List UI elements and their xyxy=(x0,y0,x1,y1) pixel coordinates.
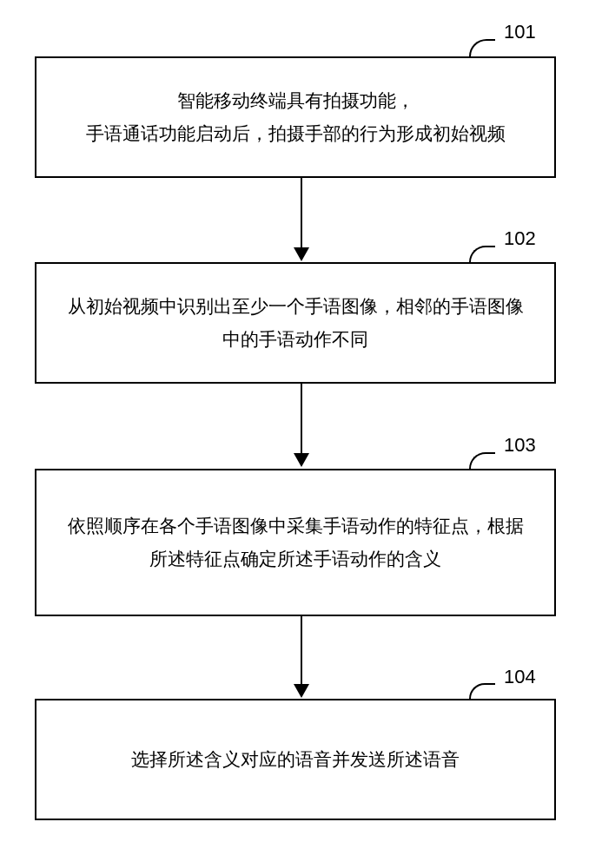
arrow-line xyxy=(301,384,302,453)
step-box-101: 智能移动终端具有拍摄功能，手语通话功能启动后，拍摄手部的行为形成初始视频 xyxy=(35,56,556,178)
label-connector xyxy=(469,452,495,469)
arrow-line xyxy=(301,616,302,684)
step-box-102: 从初始视频中识别出至少一个手语图像，相邻的手语图像中的手语动作不同 xyxy=(35,262,556,384)
arrow-head-icon xyxy=(294,453,309,467)
arrow-head-icon xyxy=(294,247,309,261)
step-text: 依照顺序在各个手语图像中采集手语动作的特征点，根据所述特征点确定所述手语动作的含… xyxy=(63,510,528,575)
step-text: 选择所述含义对应的语音并发送所述语音 xyxy=(131,743,460,776)
label-connector xyxy=(469,683,495,699)
label-connector xyxy=(469,39,495,56)
step-text: 智能移动终端具有拍摄功能，手语通话功能启动后，拍摄手部的行为形成初始视频 xyxy=(86,84,506,150)
step-box-103: 依照顺序在各个手语图像中采集手语动作的特征点，根据所述特征点确定所述手语动作的含… xyxy=(35,469,556,616)
step-label-101: 101 xyxy=(504,21,536,43)
arrow-line xyxy=(301,178,302,247)
step-box-104: 选择所述含义对应的语音并发送所述语音 xyxy=(35,699,556,820)
step-label-103: 103 xyxy=(504,434,536,457)
arrow-head-icon xyxy=(294,684,309,698)
step-label-102: 102 xyxy=(504,227,536,250)
flowchart-container: 101 智能移动终端具有拍摄功能，手语通话功能启动后，拍摄手部的行为形成初始视频… xyxy=(0,0,602,868)
step-label-104: 104 xyxy=(504,666,536,688)
label-connector xyxy=(469,246,495,262)
step-text: 从初始视频中识别出至少一个手语图像，相邻的手语图像中的手语动作不同 xyxy=(63,290,528,356)
